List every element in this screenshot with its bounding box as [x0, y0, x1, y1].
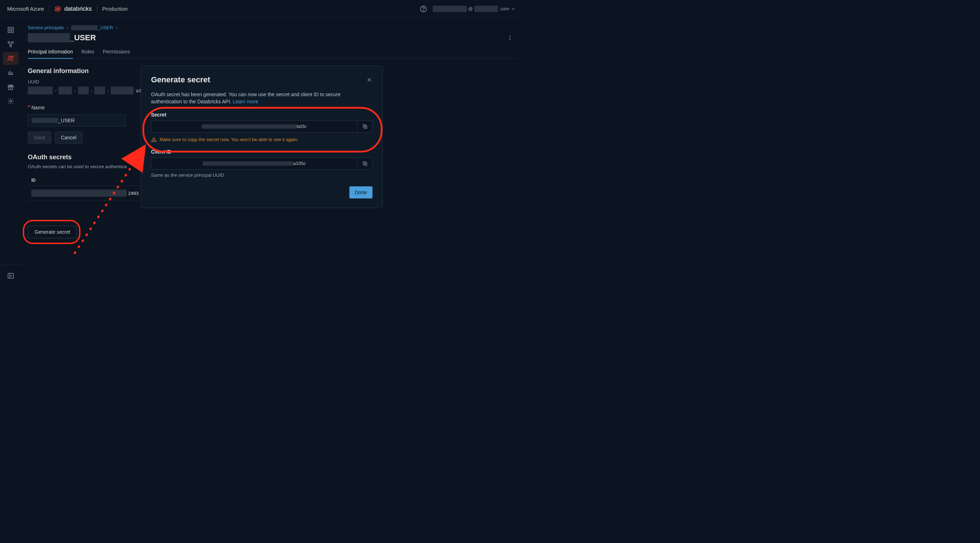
brand-microsoft: Microsoft Azure: [7, 6, 44, 12]
user-menu[interactable]: @ .com: [433, 6, 515, 12]
environment-label: Production: [102, 6, 128, 12]
svg-rect-3: [11, 27, 14, 30]
modal-title: Generate secret: [151, 75, 210, 84]
chevron-down-icon: [511, 6, 515, 11]
svg-point-15: [509, 36, 511, 37]
done-button[interactable]: Done: [349, 186, 372, 199]
redacted: [111, 87, 134, 94]
modal-body: OAuth secret has been generated. You can…: [151, 91, 372, 105]
copy-secret-button[interactable]: [357, 121, 372, 132]
sidebar-item-workspace[interactable]: [3, 24, 19, 37]
page-title: _USER: [28, 33, 96, 42]
name-label: *Name: [28, 104, 45, 110]
redacted: [28, 87, 53, 94]
tabs: Principal information Roles Permissions: [28, 46, 517, 59]
table-header-id: ID: [28, 175, 153, 186]
sidebar-item-settings[interactable]: [3, 95, 19, 108]
redacted: [202, 124, 297, 129]
name-input[interactable]: _USER: [28, 115, 125, 126]
secret-warning: Make sure to copy the secret now. You wo…: [151, 137, 372, 143]
redacted: [78, 87, 89, 94]
tab-permissions[interactable]: Permissions: [103, 46, 130, 59]
divider: [97, 5, 97, 13]
breadcrumb: Service principals › _USER ›: [28, 25, 523, 30]
sidebar-item-gift[interactable]: [3, 81, 19, 93]
redacted: [28, 33, 70, 42]
table-row: 2493: [28, 186, 153, 201]
redacted: [31, 189, 127, 197]
learn-more-link[interactable]: Learn more: [233, 99, 259, 104]
save-button[interactable]: Save: [28, 132, 51, 143]
databricks-logo-icon: [54, 5, 61, 13]
tab-principal-information[interactable]: Principal information: [28, 46, 73, 59]
client-id-field: a335c: [151, 158, 372, 170]
svg-point-10: [12, 56, 14, 58]
redacted: [474, 6, 498, 12]
redacted: [59, 87, 72, 94]
svg-point-16: [509, 37, 511, 38]
secret-label: Secret: [151, 112, 372, 118]
svg-rect-2: [8, 27, 10, 30]
svg-point-9: [8, 56, 11, 59]
svg-rect-5: [11, 31, 14, 33]
generate-secret-modal: Generate secret OAuth secret has been ge…: [141, 65, 383, 208]
sidebar-item-groups[interactable]: [3, 38, 19, 51]
chevron-right-icon: ›: [116, 25, 118, 30]
tab-roles[interactable]: Roles: [81, 46, 94, 59]
warning-icon: [151, 137, 157, 143]
redacted: [94, 87, 105, 94]
svg-point-8: [10, 45, 12, 47]
generate-secret-button[interactable]: Generate secret: [28, 226, 77, 238]
breadcrumb-item[interactable]: _USER: [71, 25, 113, 30]
oauth-table: ID 2493: [28, 175, 153, 201]
kebab-menu-icon[interactable]: [507, 35, 513, 41]
topbar: Microsoft Azure databricks Production @ …: [0, 0, 523, 18]
svg-point-1: [423, 10, 423, 11]
svg-point-17: [509, 39, 511, 40]
copy-client-id-button[interactable]: [357, 158, 372, 169]
chevron-right-icon: ›: [67, 25, 68, 30]
redacted: [433, 6, 467, 12]
secret-field: bd3c: [151, 120, 372, 132]
svg-point-13: [10, 100, 12, 102]
brand-databricks: databricks: [54, 5, 92, 13]
close-icon[interactable]: [366, 76, 372, 83]
sidebar-item-users[interactable]: [3, 52, 19, 65]
redacted: [203, 161, 293, 166]
client-id-label: Client ID: [151, 149, 372, 154]
sidebar-item-ml[interactable]: [3, 66, 19, 79]
client-id-hint: Same as the service principal UUID: [151, 172, 372, 178]
sidebar: [0, 18, 21, 289]
breadcrumb-root[interactable]: Service principals: [28, 25, 64, 30]
help-icon[interactable]: [420, 5, 427, 13]
redacted: [71, 25, 97, 30]
svg-rect-4: [8, 31, 10, 33]
sidebar-collapse[interactable]: [3, 269, 19, 282]
divider: [49, 5, 49, 13]
cancel-button[interactable]: Cancel: [55, 132, 83, 143]
redacted: [32, 118, 58, 123]
svg-point-20: [154, 141, 154, 141]
